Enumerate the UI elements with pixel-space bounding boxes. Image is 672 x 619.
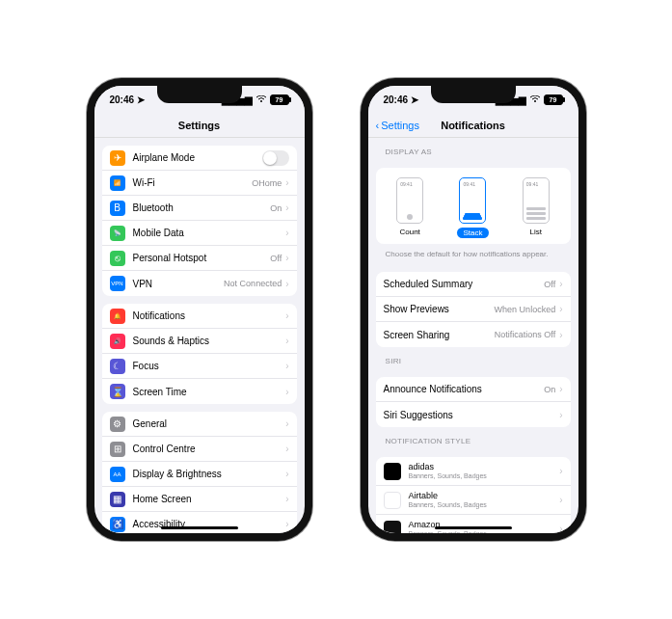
row-label: Home Screen: [133, 494, 286, 504]
vpn-icon: VPN: [110, 276, 125, 291]
amazon-app-icon: [384, 521, 401, 534]
chevron-right-icon: ›: [559, 330, 562, 340]
nav-bar: ‹ Settings Notifications: [368, 113, 578, 138]
row-scheduled-summary[interactable]: Scheduled SummaryOff›: [376, 272, 571, 297]
row-label: Sounds & Haptics: [133, 336, 286, 346]
app-sub: Banners, Sounds, Badges: [409, 501, 560, 509]
notch: [157, 86, 242, 103]
chevron-right-icon: ›: [559, 384, 562, 394]
row-mobile-data[interactable]: 📡Mobile Data›: [102, 221, 297, 246]
preview-time: 09:41: [463, 181, 482, 187]
phone-preview-icon: 09:41: [396, 177, 423, 224]
phone-preview-icon: 09:41: [523, 177, 550, 224]
row-wi-fi[interactable]: 📶Wi-FiOHome›: [102, 171, 297, 196]
display-option-stack[interactable]: 09:41Stack: [457, 177, 488, 238]
home-indicator[interactable]: [161, 526, 238, 529]
display-option-label: List: [530, 228, 542, 236]
battery-icon: 79: [544, 94, 563, 105]
row-display-brightness[interactable]: AADisplay & Brightness›: [102, 462, 297, 487]
display-as-group: 09:41Count09:41Stack09:41List: [376, 168, 571, 244]
notifications-content[interactable]: DISPLAY AS 09:41Count09:41Stack09:41List…: [368, 138, 578, 533]
chevron-right-icon: ›: [285, 177, 288, 188]
app-row-adidas[interactable]: adidasBanners, Sounds, Badges›: [376, 457, 571, 486]
row-airplane-mode[interactable]: ✈Airplane Mode: [102, 146, 297, 171]
group-schedule: Scheduled SummaryOff›Show PreviewsWhen U…: [376, 272, 571, 347]
row-sounds-haptics[interactable]: 🔊Sounds & Haptics›: [102, 329, 297, 354]
app-name: adidas: [409, 463, 560, 472]
chevron-right-icon: ›: [285, 494, 288, 504]
preview-time: 09:41: [526, 181, 546, 187]
row-focus[interactable]: ☾Focus›: [102, 354, 297, 379]
row-notifications[interactable]: 🔔Notifications›: [102, 304, 297, 329]
app-sub: Banners, Sounds, Badges: [409, 530, 560, 533]
row-value: Off: [544, 280, 555, 289]
wifi-icon: [529, 94, 541, 105]
mobile-data-icon: 📡: [110, 226, 125, 241]
row-announce-notifications[interactable]: Announce NotificationsOn›: [376, 377, 571, 402]
chevron-right-icon: ›: [285, 202, 288, 213]
status-time: 20:46: [384, 94, 409, 105]
row-value: Off: [270, 254, 282, 263]
row-screen-time[interactable]: ⌛Screen Time›: [102, 379, 297, 404]
toggle-airplane-mode[interactable]: [262, 150, 289, 166]
chevron-right-icon: ›: [285, 469, 288, 479]
general-icon: ⚙: [110, 417, 125, 432]
chevron-right-icon: ›: [559, 410, 562, 420]
display-hint: Choose the default for how notifications…: [376, 244, 571, 264]
app-sub: Banners, Sounds, Badges: [409, 472, 560, 480]
chevron-right-icon: ›: [285, 228, 288, 238]
chevron-right-icon: ›: [285, 418, 288, 429]
row-label: Show Previews: [384, 304, 495, 314]
row-screen-sharing[interactable]: Screen SharingNotifications Off›: [376, 322, 571, 347]
chevron-right-icon: ›: [559, 466, 562, 476]
display-option-count[interactable]: 09:41Count: [396, 177, 423, 238]
row-value: On: [544, 385, 555, 394]
row-value: Not Connected: [224, 279, 282, 288]
row-home-screen[interactable]: ▦Home Screen›: [102, 487, 297, 512]
chevron-right-icon: ›: [285, 310, 288, 321]
display-option-label: Count: [399, 228, 419, 236]
group-general: ⚙General›⊞Control Centre›AADisplay & Bri…: [102, 412, 297, 533]
airplane-mode-icon: ✈: [110, 150, 125, 166]
row-label: Screen Time: [133, 387, 286, 397]
row-personal-hotspot[interactable]: ⎋Personal HotspotOff›: [102, 246, 297, 271]
row-accessibility[interactable]: ♿Accessibility›: [102, 512, 297, 533]
focus-icon: ☾: [110, 359, 125, 374]
row-label: Announce Notifications: [384, 384, 545, 394]
chevron-right-icon: ›: [285, 336, 288, 346]
home-indicator[interactable]: [435, 526, 512, 529]
settings-content[interactable]: ✈Airplane Mode📶Wi-FiOHome›BBluetoothOn›📡…: [94, 138, 305, 533]
phone-notifications: 20:46 ➤ ▂▃▅▆ 79 ‹ Settings Notifications…: [361, 78, 586, 541]
display-option-label: Stack: [457, 228, 488, 238]
row-siri-suggestions[interactable]: Siri Suggestions›: [376, 402, 571, 427]
row-vpn[interactable]: VPNVPNNot Connected›: [102, 271, 297, 296]
nav-bar: Settings: [94, 113, 305, 138]
section-header-style: NOTIFICATION STYLE: [376, 427, 571, 449]
page-title: Notifications: [441, 120, 505, 131]
row-bluetooth[interactable]: BBluetoothOn›: [102, 196, 297, 221]
app-row-airtable[interactable]: AirtableBanners, Sounds, Badges›: [376, 486, 571, 515]
chevron-right-icon: ›: [285, 387, 288, 397]
back-button[interactable]: ‹ Settings: [376, 120, 419, 131]
row-label: Display & Brightness: [133, 469, 286, 479]
bluetooth-icon: B: [110, 201, 125, 216]
row-general[interactable]: ⚙General›: [102, 412, 297, 437]
row-show-previews[interactable]: Show PreviewsWhen Unlocked›: [376, 297, 571, 322]
chevron-right-icon: ›: [285, 519, 288, 529]
display-option-list[interactable]: 09:41List: [523, 177, 550, 238]
row-label: Screen Sharing: [384, 330, 495, 340]
group-notifications: 🔔Notifications›🔊Sounds & Haptics›☾Focus›…: [102, 304, 297, 404]
back-label: Settings: [381, 120, 419, 131]
status-time: 20:46: [110, 94, 135, 105]
adidas-app-icon: [384, 463, 401, 480]
row-value: On: [270, 203, 282, 213]
row-label: Personal Hotspot: [133, 253, 271, 263]
chevron-right-icon: ›: [559, 279, 562, 289]
row-label: Scheduled Summary: [384, 279, 545, 289]
row-label: Bluetooth: [133, 202, 271, 213]
battery-icon: 79: [270, 94, 289, 105]
section-header-siri: SIRI: [376, 347, 571, 369]
row-control-centre[interactable]: ⊞Control Centre›: [102, 437, 297, 462]
app-row-amazon[interactable]: AmazonBanners, Sounds, Badges›: [376, 515, 571, 533]
wifi-icon: [255, 94, 267, 105]
